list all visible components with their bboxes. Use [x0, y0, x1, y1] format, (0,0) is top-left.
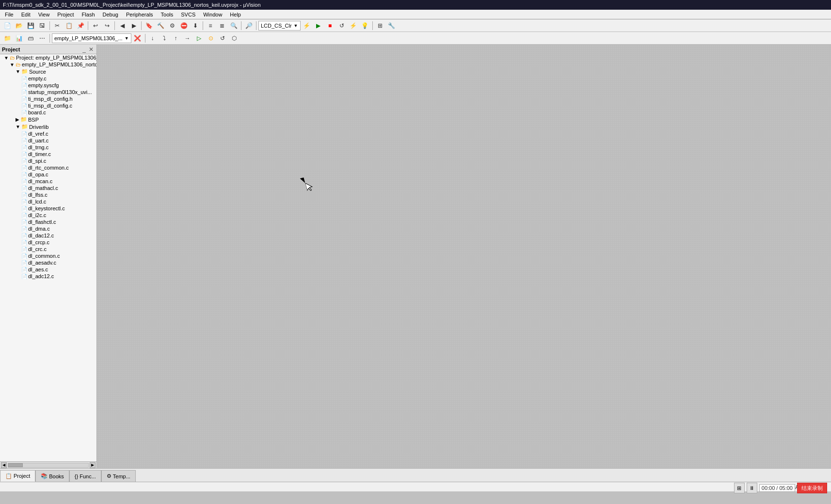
nav-fwd-btn[interactable]: ▶: [128, 20, 139, 31]
copy-btn[interactable]: 📋: [64, 20, 74, 31]
scroll-right-btn[interactable]: ▶: [90, 462, 96, 468]
tree-dl-timer[interactable]: 📄 dl_timer.c: [0, 151, 96, 158]
tree-dl-keystorectl[interactable]: 📄 dl_keystorectl.c: [0, 205, 96, 212]
tree-file-empty-syscfg[interactable]: 📄 empty.syscfg: [0, 82, 96, 89]
debug-grid-btn[interactable]: ⊞: [734, 483, 745, 493]
target-options-btn[interactable]: ⚡: [302, 20, 312, 31]
tree-dl-mcan[interactable]: 📄 dl_mcan.c: [0, 178, 96, 185]
tree-dl-spi[interactable]: 📄 dl_spi.c: [0, 158, 96, 164]
tree-dl-opa[interactable]: 📄 dl_opa.c: [0, 171, 96, 178]
project-hscrollbar[interactable]: ◀ ▶: [0, 461, 96, 468]
menu-tools[interactable]: Tools: [157, 11, 177, 18]
tree-file-ti-config-h[interactable]: 📄 ti_msp_dl_config.h: [0, 95, 96, 102]
scroll-thumb[interactable]: [8, 463, 23, 467]
file-combo[interactable]: empty_LP_MSPM0L1306_... ▼: [52, 33, 131, 43]
start-debug-btn[interactable]: ⚡: [348, 20, 359, 31]
step-in-btn[interactable]: ↓: [147, 33, 158, 44]
step-out-btn[interactable]: ↑: [171, 33, 181, 44]
reset-debug-btn[interactable]: ↺: [217, 33, 228, 44]
menu-edit[interactable]: Edit: [17, 11, 34, 18]
tree-dl-i2c[interactable]: 📄 dl_i2c.c: [0, 212, 96, 219]
indent-btn[interactable]: ≡: [205, 20, 216, 31]
project-panel-minimize[interactable]: _: [81, 46, 87, 53]
more-btn[interactable]: ⋯: [37, 33, 48, 44]
tree-dl-mathacl[interactable]: 📄 dl_mathacl.c: [0, 185, 96, 191]
menu-svcs[interactable]: SVCS: [177, 11, 199, 18]
menu-window[interactable]: Window: [199, 11, 226, 18]
menu-debug[interactable]: Debug: [99, 11, 122, 18]
outdent-btn[interactable]: ≣: [217, 20, 227, 31]
new-file-btn[interactable]: 📄: [2, 20, 13, 31]
tree-dl-flashctl[interactable]: 📄 dl_flashctl.c: [0, 219, 96, 225]
memory-btn[interactable]: 🗃: [25, 33, 36, 44]
file-combo-btn[interactable]: ❌: [132, 33, 143, 44]
tree-dl-common[interactable]: 📄 dl_common.c: [0, 252, 96, 259]
tree-dl-trng[interactable]: 📄 dl_trng.c: [0, 144, 96, 151]
nav-back-btn[interactable]: ◀: [117, 20, 128, 31]
tree-file-startup[interactable]: 📄 startup_mspm0l130x_uvi...: [0, 89, 96, 95]
tree-bsp-group[interactable]: ▶ 📁 BSP: [0, 116, 96, 123]
tab-func[interactable]: {} Func...: [69, 470, 101, 482]
redo-btn[interactable]: ↪: [102, 20, 112, 31]
bookmark-btn[interactable]: 🔖: [144, 20, 154, 31]
cut-btn[interactable]: ✂: [52, 20, 63, 31]
tab-temp[interactable]: ⚙ Temp...: [101, 470, 136, 482]
continue-btn[interactable]: ▷: [194, 33, 205, 44]
rebuild-btn[interactable]: ⚙: [167, 20, 177, 31]
tree-file-board[interactable]: 📄 board.c: [0, 109, 96, 116]
menu-flash[interactable]: Flash: [78, 11, 99, 18]
run-btn[interactable]: ▶: [313, 20, 324, 31]
tree-driverlib-group[interactable]: ▼ 📁 Driverlib: [0, 123, 96, 130]
save-all-btn[interactable]: 🖫: [37, 20, 48, 31]
debug-stop-recording-btn[interactable]: 结束录制: [797, 483, 827, 493]
tree-dl-uart[interactable]: 📄 dl_uart.c: [0, 137, 96, 144]
tree-dl-aes[interactable]: 📄 dl_aes.c: [0, 266, 96, 273]
menu-file[interactable]: File: [1, 11, 17, 18]
grid-btn[interactable]: ⊞: [375, 20, 385, 31]
undo-btn[interactable]: ↩: [90, 20, 101, 31]
build-btn[interactable]: 🔨: [155, 20, 166, 31]
tree-root[interactable]: ▼ 🗁 Project: empty_LP_MSPM0L1306_no: [0, 54, 96, 61]
tree-dl-crc[interactable]: 📄 dl_crc.c: [0, 246, 96, 252]
scroll-left-btn[interactable]: ◀: [1, 462, 7, 468]
flash-download-btn[interactable]: 💡: [360, 20, 370, 31]
project-panel-close[interactable]: ✕: [88, 46, 95, 53]
tab-books[interactable]: 📚 Books: [35, 470, 69, 482]
download-btn[interactable]: ⬇: [190, 20, 201, 31]
menu-peripherals[interactable]: Peripherals: [122, 11, 157, 18]
tree-dl-dac12[interactable]: 📄 dl_dac12.c: [0, 232, 96, 239]
project-window-btn[interactable]: 📁: [2, 33, 13, 44]
menu-help[interactable]: Help: [226, 11, 245, 18]
run-to-btn[interactable]: →: [182, 33, 193, 44]
menu-project[interactable]: Project: [53, 11, 78, 18]
zoom-btn[interactable]: 🔎: [243, 20, 254, 31]
reset-btn[interactable]: ↺: [336, 20, 347, 31]
save-btn[interactable]: 💾: [25, 20, 36, 31]
step-over-btn[interactable]: ⤵: [159, 33, 170, 44]
breakpoints-btn[interactable]: ⬡: [229, 33, 240, 44]
tree-dl-adc12[interactable]: 📄 dl_adc12.c: [0, 273, 96, 280]
target-combo[interactable]: LCD_CS_Clr ▼: [258, 21, 301, 31]
tree-dl-vref[interactable]: 📄 dl_vref.c: [0, 130, 96, 137]
tree-dl-rtc[interactable]: 📄 dl_rtc_common.c: [0, 164, 96, 171]
tab-project[interactable]: 📋 Project: [0, 470, 35, 482]
tree-dl-aesadv[interactable]: 📄 dl_aesadv.c: [0, 259, 96, 266]
tree-dl-crcp[interactable]: 📄 dl_crcp.c: [0, 239, 96, 246]
debug-stop-btn[interactable]: ⊙: [206, 33, 216, 44]
tree-file-empty-c[interactable]: 📄 empty.c: [0, 75, 96, 82]
menu-view[interactable]: View: [34, 11, 54, 18]
settings-btn[interactable]: 🔧: [386, 20, 397, 31]
tree-source-group[interactable]: ▼ 📁 Source: [0, 68, 96, 75]
debug-pause-btn[interactable]: ⏸: [747, 483, 757, 493]
paste-btn[interactable]: 📌: [75, 20, 86, 31]
find-btn[interactable]: 🔍: [228, 20, 239, 31]
stop-run-btn[interactable]: ■: [325, 20, 336, 31]
tree-dl-lfss[interactable]: 📄 dl_lfss.c: [0, 191, 96, 198]
tree-dl-lcd[interactable]: 📄 dl_lcd.c: [0, 198, 96, 205]
tree-file-ti-config-c[interactable]: 📄 ti_msp_dl_config.c: [0, 102, 96, 109]
registers-btn[interactable]: 📊: [14, 33, 24, 44]
stop-build-btn[interactable]: ⛔: [178, 20, 189, 31]
open-btn[interactable]: 📂: [14, 20, 24, 31]
scroll-track[interactable]: [8, 463, 89, 468]
tree-dl-dma[interactable]: 📄 dl_dma.c: [0, 225, 96, 232]
